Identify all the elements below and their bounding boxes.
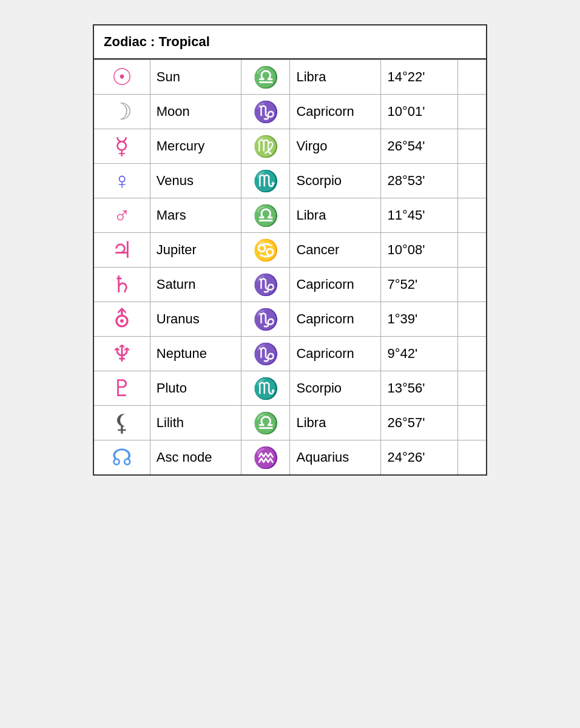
planet-name: Neptune	[150, 337, 241, 371]
degree-value: 28°53'	[381, 164, 458, 198]
planet-symbol-cell: ⛢	[94, 302, 150, 337]
extra-cell	[458, 60, 486, 95]
planet-symbol: ☿	[115, 133, 129, 159]
sign-name: Cancer	[290, 233, 381, 268]
table-title: Zodiac : Tropical	[94, 25, 486, 59]
sign-symbol-cell: ♑	[241, 337, 290, 371]
sign-symbol: ♎	[253, 66, 278, 89]
sign-symbol: ♎	[253, 411, 278, 434]
table-row: ♂ Mars ♎ Libra 11°45'	[94, 198, 486, 233]
planet-symbol-cell: ☽	[94, 95, 150, 129]
table-row: ♃ Jupiter ♋ Cancer 10°08'	[94, 233, 486, 268]
degree-value: 26°57'	[381, 406, 458, 440]
sign-name: Virgo	[290, 129, 381, 164]
degree-value: 26°54'	[381, 129, 458, 164]
planet-name: Moon	[150, 95, 241, 129]
planet-symbol: ♄	[112, 272, 132, 297]
degree-value: 10°08'	[381, 233, 458, 268]
planet-name: Mars	[150, 198, 241, 233]
table-row: ♇ Pluto ♏ Scorpio 13°56'	[94, 371, 486, 406]
sign-name: Libra	[290, 406, 381, 440]
table-row: ♆ Neptune ♑ Capricorn 9°42'	[94, 337, 486, 371]
planet-name: Uranus	[150, 302, 241, 337]
extra-cell	[458, 233, 486, 268]
planet-name: Sun	[150, 60, 241, 95]
sign-symbol: ♋	[253, 238, 278, 261]
planet-name: Pluto	[150, 371, 241, 406]
table-row: ♀ Venus ♏ Scorpio 28°53'	[94, 164, 486, 198]
sign-name: Scorpio	[290, 164, 381, 198]
table-row: ☊ Asc node ♒ Aquarius 24°26'	[94, 440, 486, 475]
planet-symbol-cell: ♀	[94, 164, 150, 198]
sign-symbol: ♑	[253, 308, 278, 331]
sign-name: Aquarius	[290, 440, 381, 475]
sign-symbol-cell: ♑	[241, 268, 290, 302]
sign-symbol: ♎	[253, 204, 278, 227]
planet-name: Mercury	[150, 129, 241, 164]
sign-symbol-cell: ♏	[241, 164, 290, 198]
astro-table: ☉ Sun ♎ Libra 14°22' ☽ Moon ♑ Capricorn …	[94, 59, 486, 474]
sign-symbol: ♑	[253, 273, 278, 296]
planet-symbol-cell: ♄	[94, 268, 150, 302]
sign-name: Scorpio	[290, 371, 381, 406]
degree-value: 7°52'	[381, 268, 458, 302]
planet-name: Venus	[150, 164, 241, 198]
planet-symbol: ♇	[112, 376, 132, 401]
extra-cell	[458, 129, 486, 164]
extra-cell	[458, 302, 486, 337]
extra-cell	[458, 406, 486, 440]
sign-symbol: ♏	[253, 377, 278, 400]
planet-symbol: ♂	[113, 203, 131, 228]
degree-value: 11°45'	[381, 198, 458, 233]
extra-cell	[458, 198, 486, 233]
planet-symbol: ♀	[113, 168, 131, 194]
sign-symbol-cell: ♒	[241, 440, 290, 475]
degree-value: 14°22'	[381, 60, 458, 95]
planet-name: Saturn	[150, 268, 241, 302]
planet-symbol: ☊	[112, 445, 132, 470]
sign-name: Capricorn	[290, 95, 381, 129]
extra-cell	[458, 95, 486, 129]
planet-symbol: ☉	[112, 64, 132, 90]
sign-symbol-cell: ♎	[241, 60, 290, 95]
sign-symbol-cell: ♑	[241, 95, 290, 129]
planet-symbol-cell: ♆	[94, 337, 150, 371]
planet-name: Jupiter	[150, 233, 241, 268]
sign-symbol-cell: ♍	[241, 129, 290, 164]
planet-symbol: ♃	[112, 237, 132, 263]
planet-symbol: ⚸	[113, 410, 130, 436]
degree-value: 24°26'	[381, 440, 458, 475]
planet-symbol-cell: ☊	[94, 440, 150, 475]
extra-cell	[458, 268, 486, 302]
sign-symbol-cell: ♎	[241, 406, 290, 440]
planet-symbol: ⛢	[113, 306, 130, 332]
planet-symbol-cell: ☿	[94, 129, 150, 164]
sign-symbol: ♑	[253, 342, 278, 365]
planet-symbol-cell: ☉	[94, 60, 150, 95]
extra-cell	[458, 440, 486, 475]
planet-symbol: ♆	[112, 341, 132, 366]
extra-cell	[458, 371, 486, 406]
sign-name: Libra	[290, 198, 381, 233]
table-row: ♄ Saturn ♑ Capricorn 7°52'	[94, 268, 486, 302]
planet-name: Asc node	[150, 440, 241, 475]
sign-name: Capricorn	[290, 302, 381, 337]
planet-symbol: ☽	[112, 99, 132, 124]
table-row: ☽ Moon ♑ Capricorn 10°01'	[94, 95, 486, 129]
table-row: ☉ Sun ♎ Libra 14°22'	[94, 60, 486, 95]
sign-symbol-cell: ♎	[241, 198, 290, 233]
table-row: ⚸ Lilith ♎ Libra 26°57'	[94, 406, 486, 440]
sign-symbol: ♏	[253, 169, 278, 192]
sign-name: Capricorn	[290, 268, 381, 302]
extra-cell	[458, 337, 486, 371]
planet-symbol-cell: ♂	[94, 198, 150, 233]
extra-cell	[458, 164, 486, 198]
sign-name: Capricorn	[290, 337, 381, 371]
planet-name: Lilith	[150, 406, 241, 440]
sign-symbol-cell: ♑	[241, 302, 290, 337]
planet-symbol-cell: ♇	[94, 371, 150, 406]
table-row: ☿ Mercury ♍ Virgo 26°54'	[94, 129, 486, 164]
planet-symbol-cell: ♃	[94, 233, 150, 268]
sign-symbol: ♒	[253, 446, 278, 469]
degree-value: 1°39'	[381, 302, 458, 337]
